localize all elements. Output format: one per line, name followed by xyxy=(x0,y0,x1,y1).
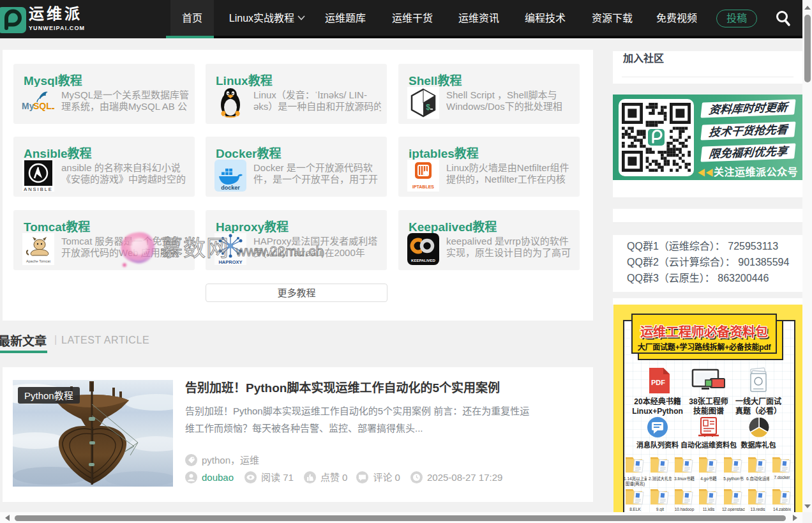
svg-text:KEEPALIVED: KEEPALIVED xyxy=(411,259,436,262)
svg-text:Apache Tomcat: Apache Tomcat xyxy=(26,259,50,263)
svg-text:PDF: PDF xyxy=(651,379,665,386)
svg-text:docker: docker xyxy=(221,185,240,191)
svg-text:ANSIBLE: ANSIBLE xyxy=(24,186,53,192)
svg-text:IPTABLES: IPTABLES xyxy=(412,185,434,189)
svg-text:SQL: SQL xyxy=(33,101,52,111)
svg-text:$: $ xyxy=(426,103,430,112)
svg-text:My: My xyxy=(22,101,34,111)
